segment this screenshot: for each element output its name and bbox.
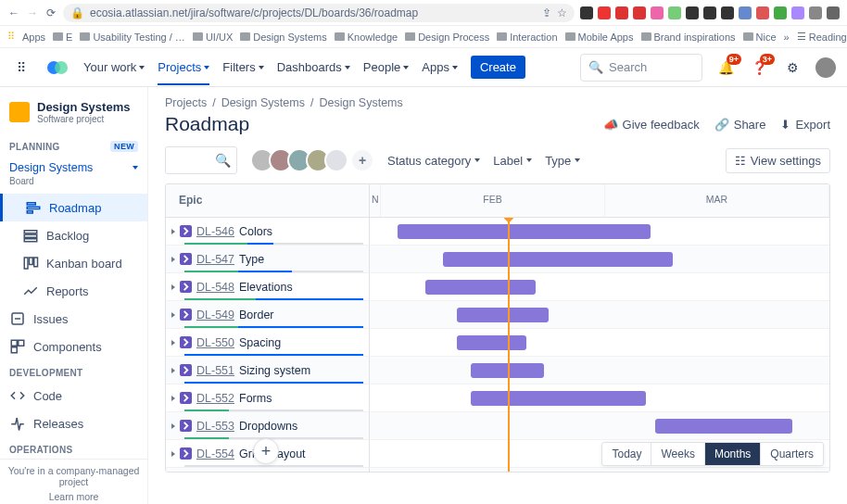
bookmark-item[interactable]: Brand inspirations <box>641 32 736 43</box>
create-epic-button[interactable]: + <box>253 438 279 464</box>
timeline-cell[interactable] <box>370 301 829 328</box>
expand-icon[interactable] <box>171 312 175 318</box>
epic-row[interactable]: DL-550 Spacing <box>166 329 829 357</box>
sidebar-reports[interactable]: Reports <box>0 277 147 305</box>
epic-key[interactable]: DL-548 <box>196 281 234 294</box>
view-settings-button[interactable]: ☷View settings <box>726 148 830 173</box>
epic-cell[interactable]: DL-547 Type <box>166 246 370 272</box>
status-filter[interactable]: Status category <box>387 154 480 168</box>
nav-dashboards[interactable]: Dashboards <box>277 60 350 74</box>
epic-key[interactable]: DL-549 <box>196 309 234 321</box>
epic-cell[interactable]: DL-550 Spacing <box>166 329 370 356</box>
epic-bar[interactable] <box>655 419 793 434</box>
epic-bar[interactable] <box>471 391 645 406</box>
bookmark-item[interactable]: Design Systems <box>240 32 326 43</box>
learn-more-link[interactable]: Learn more <box>6 491 142 502</box>
epic-cell[interactable]: DL-553 Dropdowns <box>166 412 370 439</box>
sidebar-kanban[interactable]: Kanban board <box>0 249 147 277</box>
epic-cell[interactable]: DL-555 UI Ico <box>166 468 370 472</box>
epic-key[interactable]: DL-550 <box>196 336 234 349</box>
assignee-filter[interactable]: + <box>250 148 374 172</box>
epic-bar[interactable] <box>398 224 651 239</box>
browser-profile-avatar[interactable] <box>827 6 840 19</box>
jira-logo[interactable] <box>44 58 70 77</box>
breadcrumb-item[interactable]: Design Systems <box>221 96 305 109</box>
bookmark-item[interactable]: E <box>53 32 72 43</box>
bookmark-item[interactable]: Apps <box>22 32 45 43</box>
feedback-button[interactable]: 📣Give feedback <box>603 118 700 132</box>
notifications-icon[interactable]: 🔔9+ <box>715 57 736 78</box>
epic-cell[interactable]: DL-552 Forms <box>166 384 370 411</box>
epic-row[interactable]: DL-553 Dropdowns <box>166 412 829 440</box>
project-header[interactable]: Design Systems Software project <box>0 87 147 133</box>
breadcrumb-item[interactable]: Design Systems <box>319 96 402 109</box>
expand-icon[interactable] <box>171 257 175 262</box>
epic-row[interactable]: DL-549 Border <box>166 301 829 329</box>
breadcrumb-item[interactable]: Projects <box>165 96 207 109</box>
nav-filters[interactable]: Filters <box>222 60 263 74</box>
epic-key[interactable]: DL-554 <box>196 447 234 460</box>
search-input[interactable]: 🔍 Search <box>580 54 702 82</box>
timeline-cell[interactable] <box>370 329 829 356</box>
sidebar-code[interactable]: Code <box>0 382 147 410</box>
today-button[interactable]: Today <box>602 443 651 465</box>
type-filter[interactable]: Type <box>545 154 580 168</box>
nav-people[interactable]: People <box>363 60 409 74</box>
expand-icon[interactable] <box>171 368 175 373</box>
create-button[interactable]: Create <box>471 56 525 79</box>
bookmark-item[interactable]: Mobile Apps <box>565 32 634 43</box>
bookmark-item[interactable]: Nice <box>743 32 777 43</box>
expand-icon[interactable] <box>171 229 175 234</box>
sidebar-backlog[interactable]: Backlog <box>0 221 147 249</box>
bookmark-item[interactable]: UI/UX <box>193 32 233 43</box>
epic-cell[interactable]: DL-551 Sizing system <box>166 357 370 384</box>
label-filter[interactable]: Label <box>493 154 532 168</box>
timeline-cell[interactable] <box>370 384 829 411</box>
epic-bar[interactable] <box>457 335 525 350</box>
export-button[interactable]: ⬇Export <box>780 118 830 132</box>
bookmark-item[interactable]: Design Process <box>405 32 489 43</box>
settings-icon[interactable]: ⚙ <box>782 57 803 78</box>
timescale-months[interactable]: Months <box>705 443 761 465</box>
sidebar-components[interactable]: Components <box>0 333 147 360</box>
timeline-cell[interactable] <box>370 273 829 300</box>
timeline-cell[interactable] <box>370 218 829 245</box>
epic-cell[interactable]: DL-548 Elevations <box>166 273 370 300</box>
sidebar-roadmap[interactable]: Roadmap <box>0 194 147 221</box>
epic-row[interactable]: DL-552 Forms <box>166 384 829 412</box>
sidebar-releases[interactable]: Releases <box>0 410 147 437</box>
epic-search-input[interactable]: 🔍 <box>165 146 237 174</box>
timeline-cell[interactable] <box>370 412 829 439</box>
sidebar-issues[interactable]: Issues <box>0 305 147 333</box>
bookmark-item[interactable]: Usability Testing / … <box>80 32 184 43</box>
reload-icon[interactable]: ⟳ <box>44 6 57 19</box>
epic-row[interactable]: DL-546 Colors <box>166 218 829 246</box>
help-icon[interactable]: ❓3+ <box>749 57 769 78</box>
bookmark-item[interactable]: Knowledge <box>335 32 398 43</box>
url-bar[interactable]: 🔒 ecosia.atlassian.net/jira/software/c/p… <box>63 4 575 22</box>
nav-your-work[interactable]: Your work <box>83 60 145 74</box>
bookmark-star-icon[interactable]: ☆ <box>557 6 567 19</box>
reading-list[interactable]: ☰ Reading List <box>797 31 847 43</box>
app-switcher-icon[interactable]: ⠿ <box>11 57 32 78</box>
apps-grid-icon[interactable]: ⠿ <box>7 31 15 44</box>
epic-cell[interactable]: DL-546 Colors <box>166 218 370 245</box>
expand-icon[interactable] <box>171 284 175 290</box>
expand-icon[interactable] <box>171 396 175 401</box>
expand-icon[interactable] <box>171 340 175 346</box>
epic-bar[interactable] <box>425 280 536 295</box>
share-browser-icon[interactable]: ⇪ <box>542 6 551 19</box>
timescale-quarters[interactable]: Quarters <box>761 443 823 465</box>
epic-row[interactable]: DL-551 Sizing system <box>166 357 829 384</box>
timeline-cell[interactable] <box>370 357 829 384</box>
nav-projects[interactable]: Projects <box>158 60 209 74</box>
nav-apps[interactable]: Apps <box>422 60 458 74</box>
bookmark-item[interactable]: Interaction <box>497 32 557 43</box>
epic-key[interactable]: DL-552 <box>196 392 234 405</box>
timeline-cell[interactable] <box>370 468 829 472</box>
profile-avatar[interactable] <box>815 57 836 78</box>
epic-key[interactable]: DL-547 <box>196 253 234 266</box>
add-people-icon[interactable]: + <box>350 148 374 172</box>
epic-key[interactable]: DL-546 <box>196 225 234 238</box>
epic-row[interactable]: DL-548 Elevations <box>166 273 829 301</box>
